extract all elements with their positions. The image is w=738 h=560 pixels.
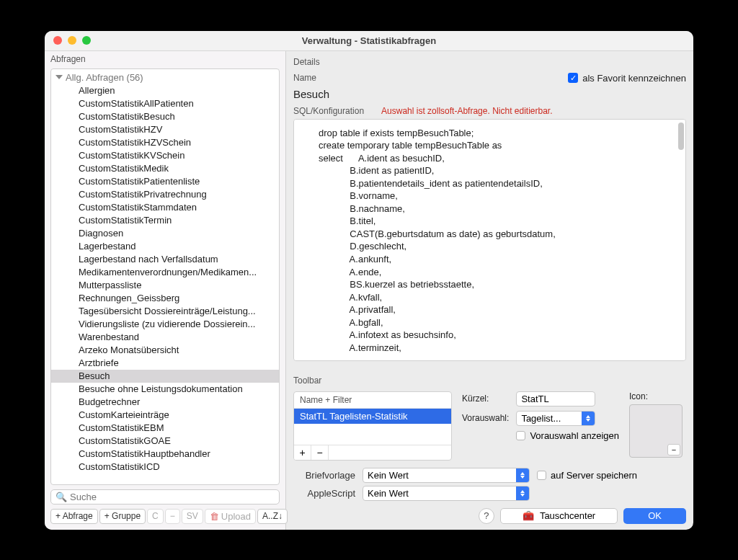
sort-button[interactable]: A..Z↓ [257, 509, 288, 524]
toolbar-add-button[interactable]: + [294, 445, 311, 460]
favorite-label: als Favorit kennzeichnen [582, 73, 686, 84]
ok-button[interactable]: OK [623, 508, 686, 524]
tree-item[interactable]: Besuche ohne Leistungsdokumentation [51, 383, 279, 396]
scrollbar-thumb[interactable] [678, 123, 684, 150]
server-save-toggle[interactable]: auf Server speichern [537, 470, 637, 481]
tauschcenter-button[interactable]: 🧰Tauschcenter [500, 508, 618, 524]
applescript-label: AppleScript [293, 488, 355, 499]
checkbox-icon [537, 471, 546, 480]
vorauswahl-show-toggle[interactable]: Vorauswahl anzeigen [516, 430, 619, 441]
tree-item[interactable]: Lagerbestand [51, 240, 279, 253]
tree-group[interactable]: Allg. Abfragen (56) [51, 71, 279, 84]
upload-button: 🗑Upload [205, 509, 256, 524]
tree-item[interactable]: CustomStatistikStammdaten [51, 201, 279, 214]
kuerzel-input[interactable] [516, 391, 595, 406]
tree-item[interactable]: Arzeko Monatsübersicht [51, 344, 279, 357]
tree-item[interactable]: CustomStatistikICD [51, 461, 279, 474]
tree-item[interactable]: Lagerbestand nach Verfallsdatum [51, 253, 279, 266]
tree-item[interactable]: Diagnosen [51, 227, 279, 240]
toolbar-remove-button[interactable]: − [311, 445, 329, 460]
tree-item[interactable]: CustomStatistikBesuch [51, 110, 279, 123]
tree-item[interactable]: CustomStatistikHZVSchein [51, 136, 279, 149]
checkbox-icon [516, 431, 525, 440]
vorauswahl-popup[interactable]: Tagelist... [516, 411, 595, 426]
tree-item[interactable]: Mutterpassliste [51, 279, 279, 292]
sidebar-toolbar: + Abfrage + Gruppe C − SV 🗑Upload A..Z↓ [45, 509, 285, 530]
tree-item[interactable]: Tagesübersicht Dossiereinträge/Leistung.… [51, 305, 279, 318]
query-tree: Allg. Abfragen (56) AllergienCustomStati… [50, 68, 280, 485]
sql-label: SQL/Konfiguration [293, 106, 364, 116]
help-button[interactable]: ? [479, 508, 494, 524]
sql-textarea[interactable]: drop table if exists tempBesuchTable; cr… [293, 119, 686, 361]
window-title: Verwaltung - Statistikabfragen [45, 35, 693, 46]
tree-item[interactable]: CustomStatistikHauptbehandler [51, 448, 279, 461]
tree-item[interactable]: Vidierungsliste (zu vidierende Dossierei… [51, 318, 279, 331]
favorite-toggle[interactable]: ✓ als Favorit kennzeichnen [568, 73, 686, 84]
briefvorlage-popup[interactable]: Kein Wert [363, 468, 530, 483]
chevron-updown-icon [582, 412, 595, 425]
tree-item[interactable]: CustomStatistikMedik [51, 162, 279, 175]
checkmark-icon: ✓ [568, 73, 578, 83]
name-label: Name [293, 73, 316, 83]
tree-item[interactable]: Warenbestand [51, 331, 279, 344]
readonly-warning: Auswahl ist zollsoft-Abfrage. Nicht edit… [381, 106, 552, 116]
query-name: Besuch [293, 84, 686, 103]
abfragen-label: Abfragen [45, 51, 285, 67]
tree-item[interactable]: CustomStatistikPrivatrechnung [51, 188, 279, 201]
vorauswahl-label: Vorauswahl: [462, 413, 509, 423]
tree-item[interactable]: CustomStatistikTermin [51, 214, 279, 227]
tree-item[interactable]: Besuch [51, 370, 279, 383]
briefvorlage-label: Briefvorlage [293, 470, 355, 481]
tree-item[interactable]: CustomStatistikGOAE [51, 435, 279, 448]
icon-well[interactable]: − [629, 404, 683, 458]
details-pane: Details Name ✓ als Favorit kennzeichnen … [286, 51, 693, 530]
tree-item[interactable]: CustomStatistikEBM [51, 422, 279, 435]
details-label: Details [293, 54, 686, 70]
tree-item[interactable]: CustomKarteieinträge [51, 409, 279, 422]
c-button: C [147, 509, 164, 524]
tree-item[interactable]: Arztbriefe [51, 357, 279, 370]
query-tree-scroll[interactable]: Allg. Abfragen (56) AllergienCustomStati… [51, 69, 279, 484]
tree-item[interactable]: Medikamentenverordnungen/Medikamen... [51, 266, 279, 279]
toolbar-list-item[interactable]: StatTL Tagelisten-Statistik [294, 409, 451, 424]
tree-item[interactable]: CustomStatistikKVSchein [51, 149, 279, 162]
tree-group-label: Allg. Abfragen (56) [66, 72, 143, 83]
minus-button: − [165, 509, 180, 524]
titlebar: Verwaltung - Statistikabfragen [45, 31, 693, 51]
tree-item[interactable]: Budgetrechner [51, 396, 279, 409]
window: Verwaltung - Statistikabfragen Abfragen … [45, 31, 693, 530]
package-icon: 🧰 [523, 510, 534, 521]
icon-remove-button[interactable]: − [667, 444, 680, 455]
icon-label: Icon: [629, 391, 683, 401]
add-query-button[interactable]: + Abfrage [50, 509, 98, 524]
tree-item[interactable]: CustomStatistikHZV [51, 123, 279, 136]
chevron-updown-icon [516, 468, 529, 482]
tree-item[interactable]: Rechnungen_Geissberg [51, 292, 279, 305]
search-input[interactable] [70, 492, 275, 502]
sv-button: SV [182, 509, 203, 524]
chevron-updown-icon [516, 486, 529, 500]
tree-item[interactable]: Allergien [51, 84, 279, 97]
kuerzel-label: Kürzel: [462, 394, 509, 404]
tree-item[interactable]: CustomStatistikPatientenliste [51, 175, 279, 188]
search-field[interactable]: 🔍 [50, 489, 280, 505]
tree-item[interactable]: CustomStatistikAllPatienten [51, 97, 279, 110]
search-icon: 🔍 [55, 492, 67, 502]
applescript-popup[interactable]: Kein Wert [363, 486, 530, 501]
toolbar-list-header: Name + Filter [294, 392, 451, 409]
toolbar-label: Toolbar [293, 373, 686, 388]
sidebar: Abfragen Allg. Abfragen (56) AllergienCu… [45, 51, 286, 530]
chevron-down-icon [55, 75, 63, 79]
add-group-button[interactable]: + Gruppe [99, 509, 146, 524]
toolbar-list: Name + Filter StatTL Tagelisten-Statisti… [293, 391, 452, 461]
